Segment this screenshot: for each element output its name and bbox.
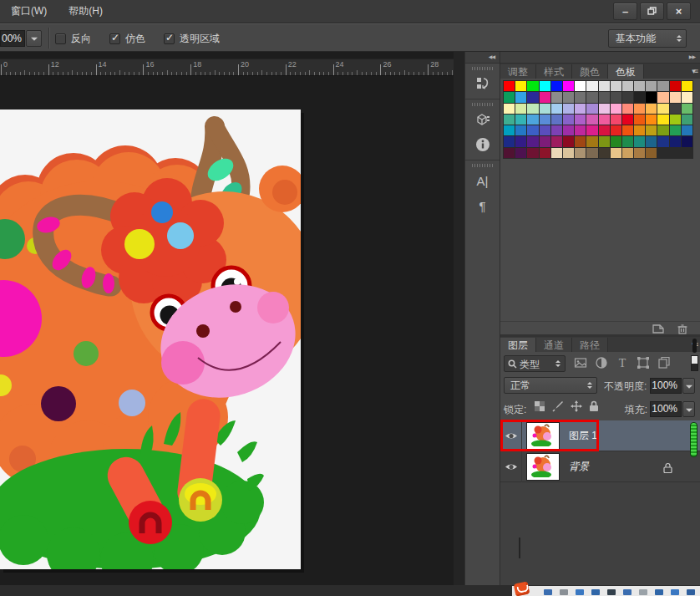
visibility-eye-icon[interactable] [505,431,518,441]
smartobject-filter-icon[interactable] [657,356,671,369]
workspace-switcher[interactable]: 基本功能 [608,29,687,48]
color-swatch[interactable] [657,136,668,146]
taskbar-icon[interactable] [671,589,679,595]
restore-button[interactable] [640,3,664,20]
minimize-button[interactable]: – [613,3,637,20]
lock-transparency-icon[interactable] [534,400,545,412]
tab-调整[interactable]: 调整 [500,64,536,79]
visibility-cell[interactable] [500,451,522,482]
color-swatch[interactable] [504,81,515,91]
tab-色板[interactable]: 色板 [608,64,644,79]
color-swatch[interactable] [575,115,586,125]
tab-样式[interactable]: 样式 [536,64,572,79]
color-swatch[interactable] [682,115,692,125]
color-swatch[interactable] [634,125,645,135]
color-swatch[interactable] [622,92,633,102]
lock-paint-icon[interactable] [552,400,564,412]
opacity-value-field[interactable]: 100% [650,378,682,394]
dock-grip[interactable] [472,67,494,70]
color-swatch[interactable] [622,136,633,146]
color-swatch[interactable] [586,92,597,102]
color-swatch[interactable] [504,136,515,146]
color-swatch[interactable] [515,104,526,114]
color-swatch[interactable] [599,136,610,146]
collapse-panels-button[interactable]: ◀◀ [465,52,500,64]
color-swatch[interactable] [540,81,550,91]
color-swatch[interactable] [551,92,562,102]
color-swatch[interactable] [634,92,645,102]
layer-thumbnail-frame[interactable] [527,454,559,480]
color-swatch[interactable] [611,115,621,125]
color-swatch[interactable] [551,136,562,146]
color-swatch[interactable] [504,92,515,102]
color-swatch[interactable] [504,148,515,158]
color-swatch[interactable] [599,81,610,91]
color-swatch[interactable] [599,115,610,125]
layer-name[interactable]: 图层 1 [569,429,597,443]
layer-thumbnail-frame[interactable] [527,423,559,449]
color-swatch[interactable] [634,136,645,146]
color-swatch[interactable] [540,104,550,114]
color-swatch[interactable] [527,148,538,158]
document-canvas[interactable] [0,110,301,569]
color-swatch[interactable] [575,104,586,114]
color-swatch[interactable] [551,148,562,158]
close-button[interactable]: × [667,3,691,20]
paragraph-panel-icon[interactable]: ¶ [470,194,495,217]
fill-value-field[interactable]: 100% [650,401,682,417]
menu-item-窗口(W)[interactable]: 窗口(W) [0,0,58,23]
color-swatch[interactable] [540,92,550,102]
color-swatch[interactable] [646,148,657,158]
color-swatch[interactable] [646,104,657,114]
taskbar-icon[interactable] [607,589,616,595]
color-swatch[interactable] [575,148,586,158]
lock-all-icon[interactable] [589,400,599,412]
color-swatch[interactable] [634,81,645,91]
color-swatch[interactable] [670,81,681,91]
color-swatch[interactable] [622,81,633,91]
color-swatch[interactable] [563,125,574,135]
visibility-cell[interactable] [500,420,522,451]
layer-row-图层 1[interactable]: 图层 1 [500,420,700,451]
tab-颜色[interactable]: 颜色 [572,64,608,79]
app-logo-icon[interactable] [514,581,530,596]
color-swatch[interactable] [551,115,562,125]
opacity-dropdown-button[interactable] [682,378,695,394]
tab-图层[interactable]: 图层 [500,338,536,353]
color-swatch[interactable] [599,104,610,114]
checkbox-透明区域[interactable]: 透明区域 [164,32,220,46]
character-panel-icon[interactable]: A| [470,169,495,192]
panel-menu-icon[interactable]: ▾≡ [692,67,697,75]
taskbar-icon[interactable] [687,589,695,595]
color-swatch[interactable] [599,148,610,158]
zoom-value-field[interactable]: 00% [0,30,25,47]
color-swatch[interactable] [504,115,515,125]
info-panel-icon[interactable] [470,133,495,156]
color-swatch[interactable] [551,104,562,114]
color-swatch[interactable] [670,104,681,114]
color-swatch[interactable] [563,136,574,146]
color-swatch[interactable] [527,136,538,146]
color-swatch[interactable] [540,125,550,135]
color-swatch[interactable] [575,136,586,146]
taskbar-icon[interactable] [655,589,663,595]
tab-路径[interactable]: 路径 [572,338,608,353]
color-swatch[interactable] [586,81,597,91]
color-swatch[interactable] [670,136,681,146]
color-swatch[interactable] [634,115,645,125]
color-swatch[interactable] [670,92,681,102]
taskbar-icon[interactable] [623,589,632,595]
taskbar-icon[interactable] [544,589,552,595]
color-swatch[interactable] [575,125,586,135]
color-swatch[interactable] [527,125,538,135]
history-panel-icon[interactable] [470,72,495,95]
tab-通道[interactable]: 通道 [536,338,572,353]
color-swatch[interactable] [515,125,526,135]
color-swatch[interactable] [515,148,526,158]
color-swatch[interactable] [551,81,562,91]
color-swatch[interactable] [563,81,574,91]
color-swatch[interactable] [622,104,633,114]
fill-dropdown-button[interactable] [682,401,695,417]
layer-filter-select[interactable]: 类型 [504,355,566,372]
color-swatch[interactable] [657,81,668,91]
